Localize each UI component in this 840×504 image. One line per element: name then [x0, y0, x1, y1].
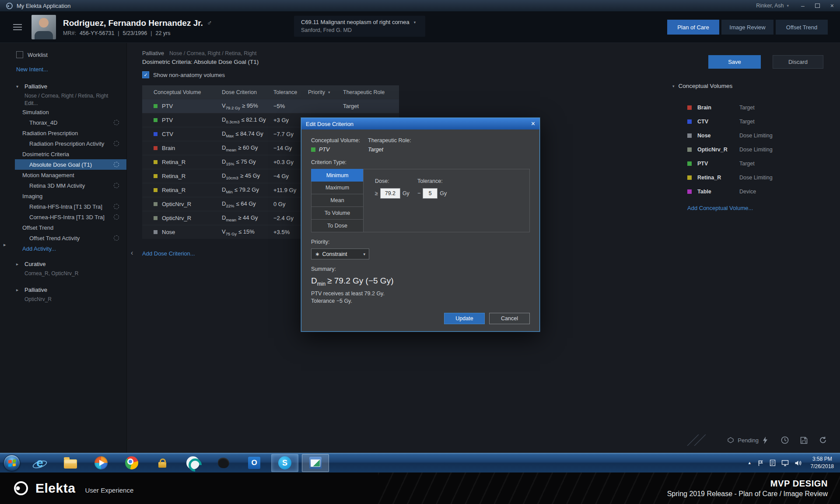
taskbar-skype[interactable] — [271, 454, 298, 472]
save-icon[interactable] — [800, 437, 808, 444]
cancel-button[interactable]: Cancel — [489, 313, 530, 324]
sidebar-item-motion-management[interactable]: Motion Management — [0, 170, 126, 180]
taskbar-outlook[interactable] — [241, 454, 268, 472]
start-button[interactable] — [4, 455, 20, 471]
table-row[interactable]: PTV V79.2 Gy≥ 95% −5% Target — [142, 99, 399, 113]
taskbar-photo-viewer[interactable] — [302, 454, 329, 472]
tab-to-volume[interactable]: To Volume — [311, 207, 364, 220]
volume-list-item[interactable]: OpticNrv_R Dose Limiting — [672, 143, 828, 157]
conceptual-volumes-header[interactable]: ▾ Conceptual Volumes — [672, 83, 828, 89]
volume-list-item[interactable]: CTV Target — [672, 115, 828, 129]
volume-role: Dose Limiting — [739, 175, 773, 181]
diagnosis-label: C69.11 Malignant neoplasm of right corne… — [301, 19, 410, 25]
breadcrumb-intent[interactable]: Palliative — [142, 50, 164, 56]
dialog-close-icon[interactable]: × — [531, 120, 535, 127]
tab-mean[interactable]: Mean — [311, 194, 364, 207]
maximize-button[interactable] — [815, 4, 820, 8]
dose-value-input[interactable] — [380, 188, 400, 199]
dose-criterion: Dmean≥ 44 Gy — [222, 214, 273, 222]
sidebar-item-offset-trend[interactable]: Offset Trend — [0, 222, 126, 233]
collapse-chevron-icon[interactable]: ‹ — [131, 249, 133, 257]
show-volumes-checkbox[interactable]: ✓ — [142, 71, 149, 78]
sidebar-item-cornea-hfs-intra[interactable]: Cornea-HFS-Intra [T1 3D Tra] — [0, 212, 126, 222]
column-header-priority[interactable]: Priority ▾ — [308, 89, 343, 95]
nav-offset-trend-button[interactable]: Offset Trend — [776, 20, 828, 35]
sidebar-item-retina-hfs-intra[interactable]: Retina-HFS-Intra [T1 3D Tra] — [0, 201, 126, 212]
asterisk-icon: ∗ — [315, 251, 319, 257]
tab-maximum[interactable]: Maximum — [311, 182, 364, 194]
dose-criterion: D0.3cm3≤ 82.1 Gy — [222, 116, 273, 124]
intent-edit-link[interactable]: Edit... — [0, 99, 126, 107]
dialog-titlebar[interactable]: Edit Dose Criterion × — [301, 118, 539, 130]
priority-dropdown[interactable]: ∗ Constraint ▾ — [311, 248, 369, 259]
priority-value: Constraint — [322, 251, 347, 257]
taskbar-internet-explorer[interactable] — [26, 454, 53, 472]
volume-list-item[interactable]: Table Device — [672, 185, 828, 199]
nav-image-review-button[interactable]: Image Review — [721, 20, 774, 35]
taskbar-media-player[interactable] — [88, 454, 115, 472]
sidebar-item-absolute-dose-goal[interactable]: Absolute Dose Goal (T1) — [15, 159, 126, 170]
save-button[interactable]: Save — [708, 55, 761, 69]
priority-label: Priority: — [311, 239, 530, 245]
sidebar-item-offset-trend-activity[interactable]: Offset Trend Activity — [0, 233, 126, 243]
chevron-down-icon: ▾ — [328, 90, 330, 94]
volume-color-swatch — [687, 189, 692, 194]
close-button[interactable]: × — [830, 2, 834, 9]
tab-minimum[interactable]: Minimum — [311, 169, 364, 182]
add-conceptual-volume-link[interactable]: Add Conceptual Volume... — [672, 205, 828, 211]
sidebar-item-palliative-2[interactable]: ▸ Palliative — [0, 284, 126, 295]
volume-icon[interactable] — [794, 460, 802, 466]
volume-role: Target — [739, 161, 755, 167]
nav-plan-of-care-button[interactable]: Plan of Care — [667, 20, 719, 35]
volume-list-item[interactable]: Nose Dose Limiting — [672, 129, 828, 143]
volume-list-item[interactable]: PTV Target — [672, 157, 828, 171]
sidebar-item-curative[interactable]: ▸ Curative — [0, 258, 126, 270]
history-clock-icon[interactable] — [781, 436, 789, 444]
sidebar-item-thorax-4d[interactable]: Thorax_4D — [0, 117, 126, 128]
volume-list-item[interactable]: Brain Target — [672, 101, 828, 115]
add-dose-criterion-link[interactable]: Add Dose Criterion... — [142, 250, 195, 257]
user-menu[interactable]: Rinker, Ash ▾ — [756, 3, 789, 9]
volume-list-item[interactable]: Retina_R Dose Limiting — [672, 171, 828, 185]
taskbar-clock[interactable]: 3:58 PM 7/26/2018 — [811, 455, 834, 470]
sidebar-item-imaging[interactable]: Imaging — [0, 191, 126, 201]
worklist-toggle[interactable]: Worklist — [0, 49, 126, 60]
volume-color-swatch — [687, 133, 692, 138]
breadcrumb-path: Nose / Cornea, Right / Retina, Right — [169, 50, 256, 56]
diagonal-decor — [686, 434, 714, 446]
sidebar-item-palliative[interactable]: ▾ Palliative — [0, 80, 126, 92]
add-activity-link[interactable]: Add Activity... — [0, 243, 126, 254]
volume-color-swatch — [154, 146, 158, 150]
worklist-checkbox[interactable] — [16, 51, 23, 58]
update-button[interactable]: Update — [444, 313, 485, 324]
action-center-flag-icon[interactable] — [757, 460, 764, 466]
sidebar-item-radiation-prescription-activity[interactable]: Radiation Prescription Activity — [0, 138, 126, 149]
sidebar-expander-chevron[interactable]: ▸ — [4, 242, 6, 248]
sidebar-item-dosimetric-criteria[interactable]: Dosimetric Criteria — [0, 149, 126, 159]
diagnosis-selector[interactable]: C69.11 Malignant neoplasm of right corne… — [294, 16, 425, 37]
minimize-button[interactable]: – — [801, 2, 805, 9]
taskbar-file-explorer[interactable] — [57, 454, 84, 472]
tab-to-dose[interactable]: To Dose — [311, 220, 364, 232]
lightning-icon[interactable] — [763, 437, 768, 444]
discard-button[interactable]: Discard — [773, 55, 823, 69]
tray-expand-icon[interactable]: ▲ — [748, 461, 752, 465]
hamburger-menu-icon[interactable] — [13, 22, 22, 32]
taskbar-elekta-app[interactable] — [179, 454, 206, 472]
sidebar-item-radiation-prescription[interactable]: Radiation Prescription — [0, 128, 126, 138]
sidebar-item-retina-3d-mm-activity[interactable]: Retina 3D MM Activity — [0, 180, 126, 191]
summary-line2: Tolerance −5 Gy. — [311, 298, 530, 305]
taskbar-chrome[interactable] — [118, 454, 145, 472]
refresh-icon[interactable] — [819, 436, 827, 444]
volume-name: Retina_R — [162, 159, 186, 165]
clipboard-icon[interactable] — [770, 459, 776, 466]
sidebar-item-simulation[interactable]: Simulation — [0, 107, 126, 117]
taskbar-security-app[interactable] — [149, 454, 176, 472]
show-volumes-toggle[interactable]: ✓ Show non-anatomy volumes — [142, 71, 399, 78]
volume-name: OpticNrv_R — [697, 147, 739, 153]
dark-app-icon — [218, 458, 229, 468]
network-display-icon[interactable] — [781, 460, 789, 466]
taskbar-dark-app[interactable] — [210, 454, 237, 472]
tolerance-value-input[interactable] — [423, 188, 438, 199]
new-intent-link[interactable]: New Intent... — [0, 64, 126, 74]
